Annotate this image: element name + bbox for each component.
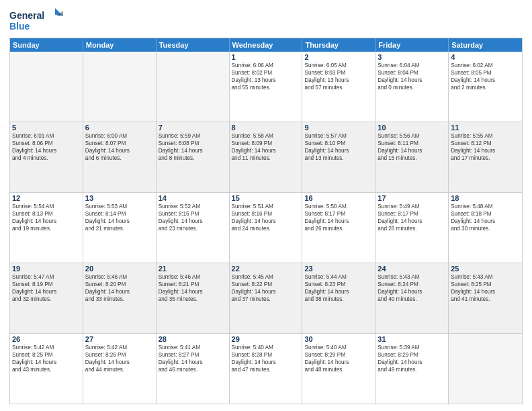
calendar-cell-day-5: 5Sunrise: 6:01 AM Sunset: 8:06 PM Daylig… bbox=[10, 122, 83, 192]
day-detail: Sunrise: 5:57 AM Sunset: 8:10 PM Dayligh… bbox=[304, 132, 373, 162]
calendar-weekday-friday: Friday bbox=[375, 38, 449, 52]
calendar-cell-day-21: 21Sunrise: 5:46 AM Sunset: 8:21 PM Dayli… bbox=[157, 263, 230, 333]
calendar-cell-day-22: 22Sunrise: 5:45 AM Sunset: 8:22 PM Dayli… bbox=[230, 263, 303, 333]
day-number: 23 bbox=[304, 265, 373, 273]
day-detail: Sunrise: 5:40 AM Sunset: 8:29 PM Dayligh… bbox=[304, 344, 373, 373]
calendar-cell-day-9: 9Sunrise: 5:57 AM Sunset: 8:10 PM Daylig… bbox=[302, 122, 375, 192]
svg-text:General: General bbox=[9, 10, 44, 21]
calendar-cell-day-16: 16Sunrise: 5:50 AM Sunset: 8:17 PM Dayli… bbox=[302, 193, 375, 263]
day-detail: Sunrise: 6:06 AM Sunset: 8:02 PM Dayligh… bbox=[232, 62, 300, 91]
day-detail: Sunrise: 5:51 AM Sunset: 8:16 PM Dayligh… bbox=[232, 203, 300, 232]
day-detail: Sunrise: 6:02 AM Sunset: 8:05 PM Dayligh… bbox=[451, 62, 520, 91]
calendar-cell-day-29: 29Sunrise: 5:40 AM Sunset: 8:28 PM Dayli… bbox=[230, 334, 303, 404]
calendar-cell-day-12: 12Sunrise: 5:54 AM Sunset: 8:13 PM Dayli… bbox=[10, 193, 83, 263]
day-detail: Sunrise: 5:50 AM Sunset: 8:17 PM Dayligh… bbox=[304, 203, 373, 232]
day-number: 24 bbox=[378, 265, 446, 273]
day-detail: Sunrise: 6:04 AM Sunset: 8:04 PM Dayligh… bbox=[378, 62, 446, 91]
day-number: 29 bbox=[232, 335, 300, 343]
day-number: 5 bbox=[12, 124, 81, 132]
day-number: 4 bbox=[451, 53, 520, 61]
calendar-cell-day-27: 27Sunrise: 5:42 AM Sunset: 8:26 PM Dayli… bbox=[83, 334, 157, 404]
day-detail: Sunrise: 5:49 AM Sunset: 8:17 PM Dayligh… bbox=[378, 203, 446, 232]
day-detail: Sunrise: 5:39 AM Sunset: 8:29 PM Dayligh… bbox=[378, 344, 446, 373]
calendar: SundayMondayTuesdayWednesdayThursdayFrid… bbox=[9, 38, 523, 404]
calendar-cell-day-14: 14Sunrise: 5:52 AM Sunset: 8:15 PM Dayli… bbox=[157, 193, 230, 263]
calendar-cell-empty bbox=[449, 334, 522, 404]
day-detail: Sunrise: 5:42 AM Sunset: 8:26 PM Dayligh… bbox=[85, 344, 154, 373]
calendar-weekday-wednesday: Wednesday bbox=[230, 38, 303, 52]
calendar-row-5: 26Sunrise: 5:42 AM Sunset: 8:25 PM Dayli… bbox=[10, 334, 522, 404]
calendar-cell-day-25: 25Sunrise: 5:43 AM Sunset: 8:25 PM Dayli… bbox=[449, 263, 522, 333]
day-number: 27 bbox=[85, 335, 154, 343]
day-detail: Sunrise: 5:45 AM Sunset: 8:22 PM Dayligh… bbox=[232, 273, 300, 303]
day-number: 31 bbox=[378, 335, 446, 343]
logo-svg: General Blue bbox=[9, 7, 63, 34]
calendar-cell-day-2: 2Sunrise: 6:05 AM Sunset: 8:03 PM Daylig… bbox=[302, 52, 375, 122]
day-number: 3 bbox=[378, 53, 446, 61]
calendar-weekday-sunday: Sunday bbox=[10, 38, 83, 52]
page-header: General Blue bbox=[9, 7, 523, 34]
calendar-cell-empty bbox=[10, 52, 83, 122]
day-number: 11 bbox=[451, 124, 520, 132]
day-detail: Sunrise: 5:56 AM Sunset: 8:11 PM Dayligh… bbox=[378, 132, 446, 162]
calendar-cell-day-15: 15Sunrise: 5:51 AM Sunset: 8:16 PM Dayli… bbox=[230, 193, 303, 263]
calendar-cell-empty bbox=[157, 52, 230, 122]
calendar-row-1: 1Sunrise: 6:06 AM Sunset: 8:02 PM Daylig… bbox=[10, 52, 522, 122]
day-detail: Sunrise: 5:48 AM Sunset: 8:18 PM Dayligh… bbox=[451, 203, 520, 232]
day-detail: Sunrise: 5:53 AM Sunset: 8:14 PM Dayligh… bbox=[85, 203, 154, 232]
calendar-cell-day-13: 13Sunrise: 5:53 AM Sunset: 8:14 PM Dayli… bbox=[83, 193, 157, 263]
day-number: 19 bbox=[12, 265, 81, 273]
day-detail: Sunrise: 5:40 AM Sunset: 8:28 PM Dayligh… bbox=[232, 344, 300, 373]
calendar-weekday-monday: Monday bbox=[83, 38, 157, 52]
day-detail: Sunrise: 5:58 AM Sunset: 8:09 PM Dayligh… bbox=[232, 132, 300, 162]
calendar-cell-day-19: 19Sunrise: 5:47 AM Sunset: 8:19 PM Dayli… bbox=[10, 263, 83, 333]
day-detail: Sunrise: 5:46 AM Sunset: 8:20 PM Dayligh… bbox=[85, 273, 154, 303]
calendar-cell-day-11: 11Sunrise: 5:55 AM Sunset: 8:12 PM Dayli… bbox=[449, 122, 522, 192]
day-number: 2 bbox=[304, 53, 373, 61]
day-number: 14 bbox=[159, 194, 227, 202]
day-number: 17 bbox=[378, 194, 446, 202]
calendar-row-4: 19Sunrise: 5:47 AM Sunset: 8:19 PM Dayli… bbox=[10, 263, 522, 334]
calendar-cell-day-24: 24Sunrise: 5:43 AM Sunset: 8:24 PM Dayli… bbox=[375, 263, 449, 333]
svg-text:Blue: Blue bbox=[9, 21, 30, 32]
calendar-cell-day-8: 8Sunrise: 5:58 AM Sunset: 8:09 PM Daylig… bbox=[230, 122, 303, 192]
day-number: 12 bbox=[12, 194, 81, 202]
day-number: 13 bbox=[85, 194, 154, 202]
day-detail: Sunrise: 6:00 AM Sunset: 8:07 PM Dayligh… bbox=[85, 132, 154, 162]
calendar-body: 1Sunrise: 6:06 AM Sunset: 8:02 PM Daylig… bbox=[10, 52, 522, 404]
day-detail: Sunrise: 5:41 AM Sunset: 8:27 PM Dayligh… bbox=[159, 344, 227, 373]
day-number: 7 bbox=[159, 124, 227, 132]
calendar-weekday-tuesday: Tuesday bbox=[157, 38, 230, 52]
day-number: 8 bbox=[232, 124, 300, 132]
day-detail: Sunrise: 5:54 AM Sunset: 8:13 PM Dayligh… bbox=[12, 203, 81, 232]
calendar-cell-day-31: 31Sunrise: 5:39 AM Sunset: 8:29 PM Dayli… bbox=[375, 334, 449, 404]
day-detail: Sunrise: 5:46 AM Sunset: 8:21 PM Dayligh… bbox=[159, 273, 227, 303]
day-number: 1 bbox=[232, 53, 300, 61]
calendar-cell-day-17: 17Sunrise: 5:49 AM Sunset: 8:17 PM Dayli… bbox=[375, 193, 449, 263]
day-number: 9 bbox=[304, 124, 373, 132]
calendar-cell-day-18: 18Sunrise: 5:48 AM Sunset: 8:18 PM Dayli… bbox=[449, 193, 522, 263]
day-detail: Sunrise: 5:43 AM Sunset: 8:24 PM Dayligh… bbox=[378, 273, 446, 303]
calendar-row-2: 5Sunrise: 6:01 AM Sunset: 8:06 PM Daylig… bbox=[10, 122, 522, 193]
day-detail: Sunrise: 5:59 AM Sunset: 8:08 PM Dayligh… bbox=[159, 132, 227, 162]
calendar-cell-day-26: 26Sunrise: 5:42 AM Sunset: 8:25 PM Dayli… bbox=[10, 334, 83, 404]
day-number: 16 bbox=[304, 194, 373, 202]
day-detail: Sunrise: 5:42 AM Sunset: 8:25 PM Dayligh… bbox=[12, 344, 81, 373]
day-number: 15 bbox=[232, 194, 300, 202]
day-detail: Sunrise: 5:52 AM Sunset: 8:15 PM Dayligh… bbox=[159, 203, 227, 232]
day-number: 18 bbox=[451, 194, 520, 202]
calendar-cell-day-4: 4Sunrise: 6:02 AM Sunset: 8:05 PM Daylig… bbox=[449, 52, 522, 122]
day-detail: Sunrise: 5:55 AM Sunset: 8:12 PM Dayligh… bbox=[451, 132, 520, 162]
day-number: 25 bbox=[451, 265, 520, 273]
calendar-cell-day-1: 1Sunrise: 6:06 AM Sunset: 8:02 PM Daylig… bbox=[230, 52, 303, 122]
day-number: 10 bbox=[378, 124, 446, 132]
day-number: 20 bbox=[85, 265, 154, 273]
day-number: 6 bbox=[85, 124, 154, 132]
day-number: 30 bbox=[304, 335, 373, 343]
calendar-cell-day-20: 20Sunrise: 5:46 AM Sunset: 8:20 PM Dayli… bbox=[83, 263, 157, 333]
day-number: 26 bbox=[12, 335, 81, 343]
day-number: 28 bbox=[159, 335, 227, 343]
day-number: 21 bbox=[159, 265, 227, 273]
day-detail: Sunrise: 5:43 AM Sunset: 8:25 PM Dayligh… bbox=[451, 273, 520, 303]
calendar-cell-day-23: 23Sunrise: 5:44 AM Sunset: 8:23 PM Dayli… bbox=[302, 263, 375, 333]
